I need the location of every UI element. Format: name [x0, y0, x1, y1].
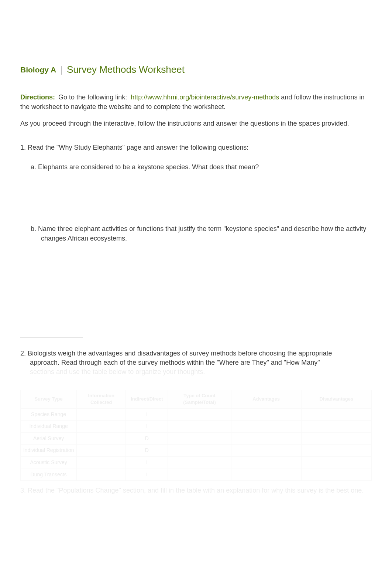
- col-info-collected: Information Collected: [77, 390, 126, 408]
- directions-line-2: As you proceed through the interactive, …: [20, 119, 372, 128]
- cell-empty: [168, 469, 231, 481]
- directions-label: Directions:: [20, 93, 55, 101]
- question-2-line2: approach. Read through each of the surve…: [26, 358, 372, 367]
- question-1b-line2: changes African ecosystems.: [37, 234, 372, 243]
- col-indirect-direct: Indirect/Direct: [126, 390, 168, 408]
- section-divider: [20, 337, 83, 338]
- cell-empty: [77, 457, 126, 469]
- question-1: 1. Read the "Why Study Elephants" page a…: [20, 143, 372, 152]
- table-row: Acoustic Survey I: [21, 457, 372, 469]
- directions-paragraph: Directions: Go to the following link: ht…: [20, 93, 372, 111]
- col-survey-type: Survey Type: [21, 390, 77, 408]
- cell-empty: [301, 469, 371, 481]
- survey-methods-link[interactable]: http://www.hhmi.org/biointeractive/surve…: [131, 93, 279, 101]
- table-row: Dung Transects I: [21, 469, 372, 481]
- cell-survey-name: Dung Transects: [21, 469, 77, 481]
- cell-survey-name: Aerial Survey: [21, 432, 77, 445]
- question-2-line1: 2. Biologists weigh the advantages and d…: [20, 350, 332, 357]
- cell-empty: [168, 408, 231, 421]
- cell-empty: [231, 469, 301, 481]
- col-type-of-count: Type of Count (Sample/Total): [168, 390, 231, 408]
- cell-empty: [168, 445, 231, 457]
- cell-empty: [168, 432, 231, 445]
- survey-methods-table: Survey Type Information Collected Indire…: [20, 390, 372, 481]
- course-name: Biology A: [20, 65, 56, 74]
- cell-empty: [77, 445, 126, 457]
- col-disadvantages: Disadvantages: [301, 390, 371, 408]
- question-3: 3. Read the "Populations Change" section…: [20, 486, 372, 495]
- cell-type: I: [126, 457, 168, 469]
- cell-empty: [231, 432, 301, 445]
- table-header-row: Survey Type Information Collected Indire…: [21, 390, 372, 408]
- cell-empty: [77, 469, 126, 481]
- cell-empty: [301, 457, 371, 469]
- question-2-line3: sections and use the table below to orga…: [26, 367, 372, 377]
- question-1a: a. Elephants are considered to be a keys…: [31, 163, 372, 172]
- table-row: Species Range I: [21, 408, 372, 421]
- cell-empty: [168, 421, 231, 433]
- cell-empty: [77, 432, 126, 445]
- page-header: Biology A | Survey Methods Worksheet: [20, 63, 372, 76]
- cell-empty: [168, 457, 231, 469]
- cell-empty: [301, 432, 371, 445]
- cell-empty: [231, 457, 301, 469]
- directions-pre-link: Go to the following link:: [58, 93, 127, 101]
- cell-empty: [77, 408, 126, 421]
- cell-empty: [301, 421, 371, 433]
- question-2: 2. Biologists weigh the advantages and d…: [20, 349, 372, 377]
- cell-empty: [231, 408, 301, 421]
- cell-type: I: [126, 469, 168, 481]
- cell-type: I: [126, 421, 168, 433]
- question-1b: b. Name three elephant activities or fun…: [31, 224, 372, 243]
- title-divider: |: [60, 64, 63, 75]
- cell-survey-name: Species Range: [21, 408, 77, 421]
- question-1b-line1: b. Name three elephant activities or fun…: [31, 225, 366, 232]
- cell-survey-name: Individual Range: [21, 421, 77, 433]
- table-row: Aerial Survey D: [21, 432, 372, 445]
- col-advantages: Advantages: [231, 390, 301, 408]
- cell-type: I: [126, 408, 168, 421]
- cell-type: D: [126, 432, 168, 445]
- cell-survey-name: Individual Registration: [21, 445, 77, 457]
- cell-survey-name: Acoustic Survey: [21, 457, 77, 469]
- cell-empty: [231, 421, 301, 433]
- cell-empty: [231, 445, 301, 457]
- table-row: Individual Range I: [21, 421, 372, 433]
- document-title: Survey Methods Worksheet: [67, 64, 185, 75]
- cell-empty: [301, 445, 371, 457]
- cell-empty: [301, 408, 371, 421]
- table-row: Individual Registration D: [21, 445, 372, 457]
- cell-type: D: [126, 445, 168, 457]
- cell-empty: [77, 421, 126, 433]
